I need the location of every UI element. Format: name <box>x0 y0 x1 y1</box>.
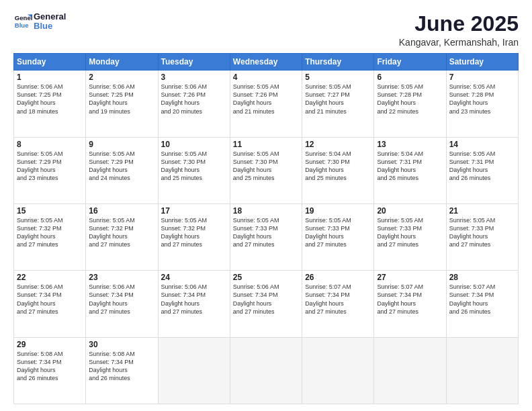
calendar-cell: 30Sunrise: 5:08 AMSunset: 7:34 PMDayligh… <box>86 337 158 404</box>
calendar-cell: 21Sunrise: 5:05 AMSunset: 7:33 PMDayligh… <box>446 203 518 270</box>
day-number: 5 <box>305 73 371 82</box>
calendar-cell: 8Sunrise: 5:05 AMSunset: 7:29 PMDaylight… <box>14 137 86 203</box>
day-number: 2 <box>89 73 154 82</box>
day-number: 10 <box>161 140 227 149</box>
cell-info: Sunrise: 5:05 AMSunset: 7:28 PMDaylight … <box>449 83 496 114</box>
calendar-cell: 10Sunrise: 5:05 AMSunset: 7:30 PMDayligh… <box>158 137 230 203</box>
cell-info: Sunrise: 5:08 AMSunset: 7:34 PMDaylight … <box>89 351 135 381</box>
day-header: Wednesday <box>230 54 302 71</box>
calendar-cell: 25Sunrise: 5:06 AMSunset: 7:34 PMDayligh… <box>230 271 302 337</box>
cell-info: Sunrise: 5:07 AMSunset: 7:34 PMDaylight … <box>305 283 351 314</box>
day-number: 11 <box>233 140 299 149</box>
day-number: 16 <box>89 206 154 216</box>
cell-info: Sunrise: 5:05 AMSunset: 7:29 PMDaylight … <box>89 150 135 181</box>
day-number: 27 <box>377 273 443 282</box>
page: General Blue General Blue June 2025 Kang… <box>0 0 532 411</box>
cell-info: Sunrise: 5:07 AMSunset: 7:34 PMDaylight … <box>377 283 423 314</box>
calendar-cell: 24Sunrise: 5:06 AMSunset: 7:34 PMDayligh… <box>158 271 230 337</box>
logo-line2: Blue <box>34 21 66 31</box>
calendar-cell: 28Sunrise: 5:07 AMSunset: 7:34 PMDayligh… <box>446 271 518 337</box>
header: General Blue General Blue June 2025 Kang… <box>13 12 519 48</box>
day-number: 17 <box>161 206 227 216</box>
calendar-cell: 29Sunrise: 5:08 AMSunset: 7:34 PMDayligh… <box>14 337 86 404</box>
calendar-cell: 15Sunrise: 5:05 AMSunset: 7:32 PMDayligh… <box>14 203 86 270</box>
calendar-cell: 14Sunrise: 5:05 AMSunset: 7:31 PMDayligh… <box>446 137 518 203</box>
calendar-header-row: SundayMondayTuesdayWednesdayThursdayFrid… <box>14 54 519 71</box>
day-number: 4 <box>233 73 299 82</box>
day-number: 19 <box>305 206 371 216</box>
calendar-cell: 3Sunrise: 5:06 AMSunset: 7:26 PMDaylight… <box>158 71 230 137</box>
main-title: June 2025 <box>399 12 519 36</box>
cell-info: Sunrise: 5:05 AMSunset: 7:33 PMDaylight … <box>305 217 351 248</box>
day-number: 3 <box>161 73 227 82</box>
cell-info: Sunrise: 5:06 AMSunset: 7:26 PMDaylight … <box>161 83 208 114</box>
day-header: Thursday <box>302 54 374 71</box>
calendar-cell: 19Sunrise: 5:05 AMSunset: 7:33 PMDayligh… <box>302 203 374 270</box>
cell-info: Sunrise: 5:04 AMSunset: 7:30 PMDaylight … <box>305 150 351 181</box>
logo: General Blue General Blue <box>13 12 66 32</box>
calendar-cell: 7Sunrise: 5:05 AMSunset: 7:28 PMDaylight… <box>446 71 518 137</box>
calendar-cell: 4Sunrise: 5:05 AMSunset: 7:26 PMDaylight… <box>230 71 302 137</box>
day-number: 8 <box>17 140 83 149</box>
calendar-cell: 18Sunrise: 5:05 AMSunset: 7:33 PMDayligh… <box>230 203 302 270</box>
cell-info: Sunrise: 5:05 AMSunset: 7:32 PMDaylight … <box>17 217 63 248</box>
calendar-body: 1Sunrise: 5:06 AMSunset: 7:25 PMDaylight… <box>14 71 519 404</box>
calendar-cell: 12Sunrise: 5:04 AMSunset: 7:30 PMDayligh… <box>302 137 374 203</box>
day-header: Sunday <box>14 54 86 71</box>
cell-info: Sunrise: 5:05 AMSunset: 7:33 PMDaylight … <box>449 217 496 248</box>
day-header: Monday <box>86 54 158 71</box>
subtitle: Kangavar, Kermanshah, Iran <box>399 37 519 48</box>
calendar-cell: 11Sunrise: 5:05 AMSunset: 7:30 PMDayligh… <box>230 137 302 203</box>
cell-info: Sunrise: 5:06 AMSunset: 7:34 PMDaylight … <box>17 283 63 314</box>
cell-info: Sunrise: 5:05 AMSunset: 7:32 PMDaylight … <box>89 217 135 248</box>
cell-info: Sunrise: 5:05 AMSunset: 7:28 PMDaylight … <box>377 83 423 114</box>
calendar-cell: 27Sunrise: 5:07 AMSunset: 7:34 PMDayligh… <box>374 271 446 337</box>
cell-info: Sunrise: 5:05 AMSunset: 7:27 PMDaylight … <box>305 83 351 114</box>
cell-info: Sunrise: 5:06 AMSunset: 7:34 PMDaylight … <box>161 283 208 314</box>
day-number: 22 <box>17 273 83 282</box>
cell-info: Sunrise: 5:05 AMSunset: 7:33 PMDaylight … <box>233 217 279 248</box>
day-header: Friday <box>374 54 446 71</box>
day-number: 12 <box>305 140 371 149</box>
day-header: Saturday <box>446 54 518 71</box>
day-number: 21 <box>449 206 515 216</box>
cell-info: Sunrise: 5:05 AMSunset: 7:30 PMDaylight … <box>161 150 208 181</box>
day-number: 20 <box>377 206 443 216</box>
calendar-cell: 1Sunrise: 5:06 AMSunset: 7:25 PMDaylight… <box>14 71 86 137</box>
day-number: 24 <box>161 273 227 282</box>
calendar-cell: 20Sunrise: 5:05 AMSunset: 7:33 PMDayligh… <box>374 203 446 270</box>
cell-info: Sunrise: 5:05 AMSunset: 7:26 PMDaylight … <box>233 83 279 114</box>
calendar-cell: 9Sunrise: 5:05 AMSunset: 7:29 PMDaylight… <box>86 137 158 203</box>
day-number: 18 <box>233 206 299 216</box>
day-number: 13 <box>377 140 443 149</box>
calendar-cell: 16Sunrise: 5:05 AMSunset: 7:32 PMDayligh… <box>86 203 158 270</box>
calendar-row: 22Sunrise: 5:06 AMSunset: 7:34 PMDayligh… <box>14 271 519 337</box>
day-number: 26 <box>305 273 371 282</box>
logo-icon: General Blue <box>13 12 32 31</box>
calendar-row: 8Sunrise: 5:05 AMSunset: 7:29 PMDaylight… <box>14 137 519 203</box>
day-header: Tuesday <box>158 54 230 71</box>
calendar-cell: 2Sunrise: 5:06 AMSunset: 7:25 PMDaylight… <box>86 71 158 137</box>
cell-info: Sunrise: 5:05 AMSunset: 7:29 PMDaylight … <box>17 150 63 181</box>
day-number: 30 <box>89 340 154 349</box>
title-block: June 2025 Kangavar, Kermanshah, Iran <box>399 12 519 48</box>
calendar-row: 29Sunrise: 5:08 AMSunset: 7:34 PMDayligh… <box>14 337 519 404</box>
calendar-table: SundayMondayTuesdayWednesdayThursdayFrid… <box>13 53 519 404</box>
cell-info: Sunrise: 5:06 AMSunset: 7:25 PMDaylight … <box>17 83 63 114</box>
cell-info: Sunrise: 5:05 AMSunset: 7:32 PMDaylight … <box>161 217 208 248</box>
cell-info: Sunrise: 5:06 AMSunset: 7:25 PMDaylight … <box>89 83 135 114</box>
calendar-cell <box>158 337 230 404</box>
calendar-cell: 6Sunrise: 5:05 AMSunset: 7:28 PMDaylight… <box>374 71 446 137</box>
calendar-cell <box>446 337 518 404</box>
day-number: 6 <box>377 73 443 82</box>
day-number: 25 <box>233 273 299 282</box>
cell-info: Sunrise: 5:06 AMSunset: 7:34 PMDaylight … <box>233 283 279 314</box>
calendar-cell: 13Sunrise: 5:04 AMSunset: 7:31 PMDayligh… <box>374 137 446 203</box>
cell-info: Sunrise: 5:05 AMSunset: 7:33 PMDaylight … <box>377 217 423 248</box>
calendar-cell: 22Sunrise: 5:06 AMSunset: 7:34 PMDayligh… <box>14 271 86 337</box>
calendar-cell: 17Sunrise: 5:05 AMSunset: 7:32 PMDayligh… <box>158 203 230 270</box>
day-number: 23 <box>89 273 154 282</box>
cell-info: Sunrise: 5:07 AMSunset: 7:34 PMDaylight … <box>449 283 496 314</box>
day-number: 1 <box>17 73 83 82</box>
day-number: 7 <box>449 73 515 82</box>
